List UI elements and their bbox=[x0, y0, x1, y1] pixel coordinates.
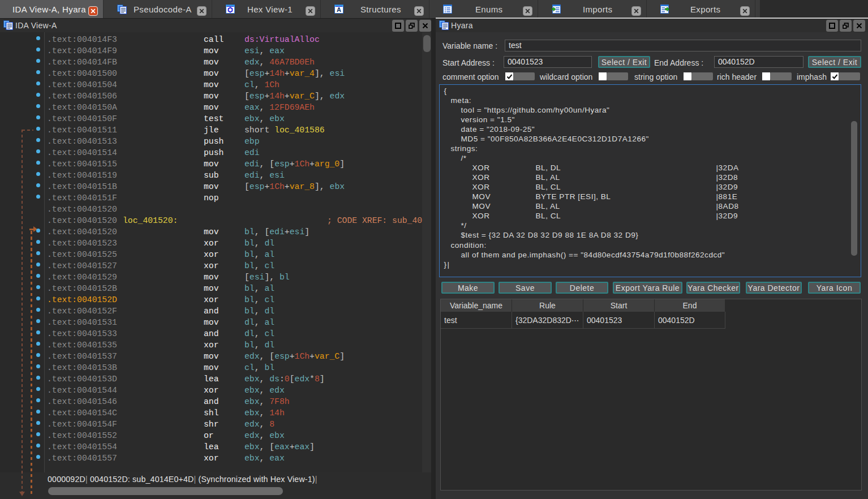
svg-text:A: A bbox=[337, 6, 341, 13]
